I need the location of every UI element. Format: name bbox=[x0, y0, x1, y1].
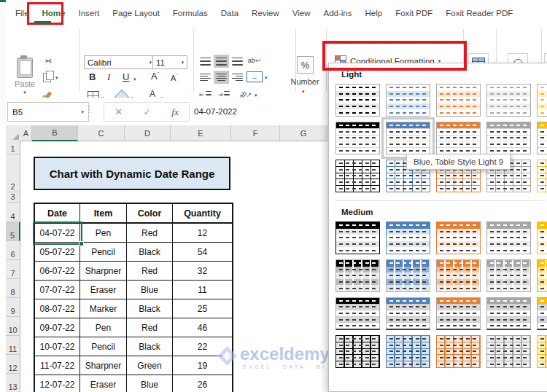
table-style-thumb-yellow-blocks[interactable] bbox=[537, 259, 547, 292]
table-header-cell[interactable]: Item bbox=[80, 204, 127, 224]
table-style-thumb-blue-stripes[interactable] bbox=[386, 84, 430, 117]
table-cell[interactable]: Eraser bbox=[80, 281, 127, 299]
row-header-10[interactable]: 10 bbox=[6, 317, 20, 336]
copy-button[interactable] bbox=[42, 72, 52, 82]
column-header-A[interactable]: A bbox=[20, 125, 32, 141]
row-header-3[interactable]: 3 bbox=[6, 192, 20, 203]
row-header-6[interactable]: 6 bbox=[6, 241, 20, 260]
table-style-thumb-orange-hstripes[interactable] bbox=[436, 222, 481, 254]
table-header-cell[interactable]: Date bbox=[35, 204, 80, 224]
table-style-thumb-black-fullgrid[interactable] bbox=[335, 335, 380, 368]
enter-check-icon[interactable]: ✓ bbox=[144, 107, 151, 117]
tab-data[interactable]: Data bbox=[214, 9, 245, 17]
table-header-cell[interactable]: Quantity bbox=[173, 204, 232, 224]
drag-handle-icon[interactable]: ⋮ bbox=[85, 105, 93, 114]
table-style-thumb-black-stripes[interactable] bbox=[335, 84, 380, 117]
number-group-button[interactable]: Number bbox=[288, 77, 322, 86]
row-header-8[interactable]: 8 bbox=[6, 279, 20, 298]
bold-button[interactable]: B bbox=[89, 72, 96, 82]
font-size-select[interactable]: 11 ▾ bbox=[152, 55, 187, 69]
table-cell[interactable]: 08-07-22 bbox=[35, 299, 80, 318]
insert-function-icon[interactable]: fx bbox=[171, 106, 178, 118]
row-header-9[interactable]: 9 bbox=[6, 298, 20, 317]
table-style-thumb-black-hstripes[interactable] bbox=[335, 222, 380, 254]
align-left-button[interactable] bbox=[198, 71, 213, 84]
table-style-thumb-orange-dkheader[interactable] bbox=[436, 297, 481, 330]
table-style-thumb-orange-header[interactable] bbox=[436, 122, 481, 154]
table-cell[interactable]: 25 bbox=[173, 299, 232, 318]
chevron-down-icon[interactable]: ▾ bbox=[55, 75, 58, 80]
column-header-C[interactable]: C bbox=[78, 125, 125, 141]
table-cell[interactable]: Green bbox=[127, 356, 173, 375]
table-cell[interactable]: Black bbox=[127, 243, 173, 262]
row-header-12[interactable]: 12 bbox=[6, 355, 20, 374]
selected-cell-outline[interactable] bbox=[33, 222, 82, 245]
column-header-G[interactable]: G bbox=[280, 125, 327, 141]
table-cell[interactable]: Pencil bbox=[80, 243, 127, 262]
table-cell[interactable]: Black bbox=[127, 337, 173, 356]
table-style-thumb-black-header[interactable] bbox=[335, 122, 380, 154]
chevron-down-icon[interactable]: ▾ bbox=[255, 93, 257, 98]
table-style-thumb-yellow-dkheader[interactable] bbox=[537, 297, 547, 330]
table-style-thumb-blue-dkheader[interactable] bbox=[386, 297, 430, 330]
column-header-D[interactable]: D bbox=[125, 125, 171, 141]
tab-review[interactable]: Review bbox=[245, 9, 286, 17]
column-header-B[interactable]: B bbox=[32, 125, 78, 141]
table-style-thumb-black-grid[interactable] bbox=[335, 160, 380, 192]
table-cell[interactable]: 32 bbox=[173, 262, 232, 281]
table-cell[interactable]: 07-07-22 bbox=[35, 281, 80, 299]
table-cell[interactable]: Blue bbox=[127, 375, 173, 392]
tab-add-ins[interactable]: Add-ins bbox=[317, 9, 359, 17]
table-style-thumb-orange-fullgrid[interactable] bbox=[436, 335, 481, 368]
table-cell[interactable]: 09-07-22 bbox=[35, 318, 80, 337]
tab-foxit-reader-pdf[interactable]: Foxit Reader PDF bbox=[439, 9, 519, 17]
bottom-align-button[interactable] bbox=[230, 55, 245, 68]
row-header-2[interactable]: 2 bbox=[6, 154, 20, 192]
merge-center-button[interactable]: ↔ bbox=[247, 71, 263, 82]
percent-style-button[interactable]: % bbox=[297, 56, 314, 74]
table-cell[interactable]: Pencil bbox=[80, 337, 127, 356]
table-style-thumb-black-blocks[interactable] bbox=[335, 259, 380, 292]
table-cell[interactable]: Pen bbox=[80, 318, 127, 337]
table-style-thumb-gray-dkheader[interactable] bbox=[486, 297, 531, 330]
column-header-E[interactable]: E bbox=[171, 125, 231, 141]
table-style-thumb-gray-hstripes[interactable] bbox=[486, 222, 531, 254]
table-style-thumb-blue-header[interactable] bbox=[386, 122, 430, 154]
table-style-thumb-gray-blocks[interactable] bbox=[486, 259, 531, 292]
top-align-button[interactable] bbox=[198, 55, 213, 68]
underline-button[interactable]: U bbox=[123, 72, 129, 82]
table-style-thumb-yellow-fullgrid[interactable] bbox=[537, 335, 547, 368]
table-style-thumb-yellow-header[interactable] bbox=[537, 122, 547, 154]
table-style-thumb-black-dkheader[interactable] bbox=[335, 297, 380, 330]
table-cell[interactable]: 06-07-22 bbox=[35, 262, 80, 281]
increase-font-size-button[interactable]: Aˆ bbox=[151, 71, 159, 81]
wrap-text-button[interactable]: ab↩ bbox=[247, 54, 262, 67]
table-cell[interactable]: Sharpner bbox=[80, 262, 127, 281]
row-header-1[interactable]: 1 bbox=[6, 141, 20, 154]
table-style-thumb-gray-stripes[interactable] bbox=[486, 84, 531, 117]
table-cell[interactable]: 05-07-22 bbox=[35, 243, 80, 262]
middle-align-button[interactable] bbox=[214, 55, 229, 68]
table-style-thumb-orange-blocks[interactable] bbox=[436, 259, 481, 292]
tab-view[interactable]: View bbox=[286, 9, 317, 17]
table-cell[interactable]: 19 bbox=[173, 356, 232, 375]
select-all-corner[interactable] bbox=[6, 125, 21, 142]
chevron-down-icon[interactable]: ▾ bbox=[302, 89, 305, 94]
sheet-title-box[interactable]: Chart with Dynamic Date Range bbox=[34, 157, 230, 190]
table-cell[interactable]: 11-07-22 bbox=[35, 356, 80, 375]
font-name-select[interactable]: Calibri ▾ bbox=[84, 55, 155, 69]
table-cell[interactable]: Red bbox=[127, 224, 173, 243]
table-style-thumb-blue-fullgrid[interactable] bbox=[386, 335, 430, 368]
formula-bar-input[interactable]: 04-07-2022 bbox=[188, 102, 237, 120]
row-header-11[interactable]: 11 bbox=[6, 336, 20, 355]
table-header-cell[interactable]: Color bbox=[127, 204, 173, 224]
table-style-thumb-gray-header[interactable] bbox=[486, 122, 531, 154]
align-right-button[interactable] bbox=[230, 71, 245, 84]
tab-foxit-pdf[interactable]: Foxit PDF bbox=[389, 9, 439, 17]
paste-button[interactable]: Paste ▾ bbox=[10, 55, 39, 97]
table-cell[interactable]: 54 bbox=[173, 243, 232, 262]
row-header-4[interactable]: 4 bbox=[6, 203, 20, 222]
table-style-thumb-blue-hstripes[interactable] bbox=[386, 222, 430, 254]
table-cell[interactable]: 11 bbox=[173, 281, 232, 299]
table-cell[interactable]: 22 bbox=[173, 337, 232, 356]
